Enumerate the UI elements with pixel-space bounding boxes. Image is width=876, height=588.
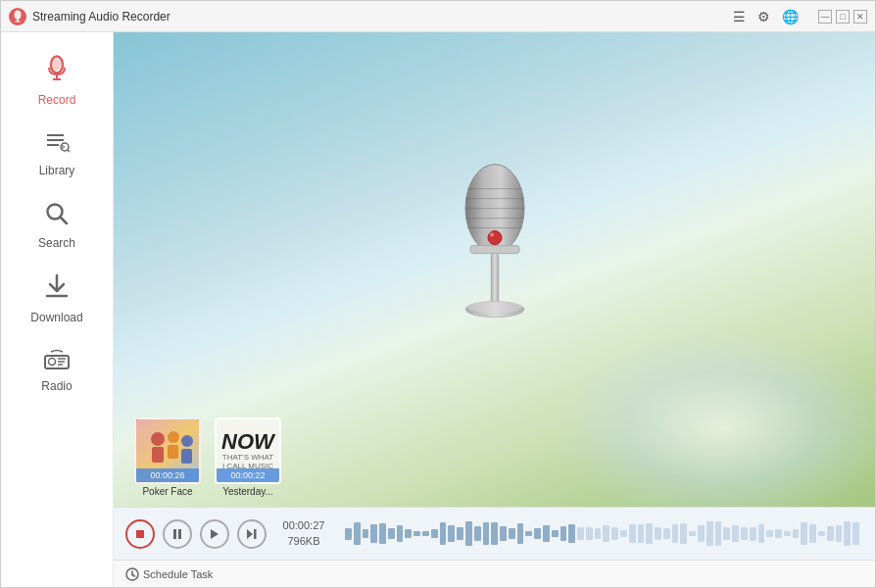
waveform-bar	[638, 524, 645, 544]
waveform-bar	[586, 527, 593, 540]
title-bar: Streaming Audio Recorder ☰ ⚙ 🌐 — □ ✕	[1, 1, 875, 32]
waveform-bar	[646, 523, 653, 544]
main-layout: Record Library	[1, 32, 875, 587]
microphone-graphic	[436, 150, 554, 350]
clock-icon	[125, 567, 139, 581]
svg-marker-45	[211, 529, 219, 539]
waveform-bar	[758, 524, 765, 543]
app-window: Streaming Audio Recorder ☰ ⚙ 🌐 — □ ✕	[0, 0, 876, 588]
waveform-bar	[414, 531, 420, 537]
waveform-bar	[345, 528, 352, 540]
svg-rect-41	[181, 449, 192, 464]
tracks-row: 00:00:26 Poker Face NOW THAT'S WHAT I CA…	[133, 417, 282, 497]
waveform-bar	[818, 531, 825, 536]
waveform-bar	[483, 522, 490, 544]
sidebar-item-download[interactable]: Download	[1, 262, 113, 336]
track-time-2: 00:00:22	[217, 468, 279, 482]
search-icon	[44, 201, 70, 232]
track-art-2: NOW THAT'S WHAT I CALL MUSIC 00:00:22	[215, 417, 281, 484]
player-bar: 00:00:27 796KB	[114, 507, 875, 560]
waveform-bar	[370, 524, 377, 544]
toolbar-icons: ☰ ⚙ 🌐	[733, 9, 799, 24]
download-label: Download	[30, 311, 82, 324]
track-time-1: 00:00:26	[136, 468, 199, 482]
waveform-bar	[741, 527, 748, 539]
svg-point-18	[49, 359, 56, 366]
waveform-bar	[491, 522, 498, 545]
waveform-bar	[465, 521, 472, 545]
sidebar-item-search[interactable]: Search	[1, 189, 113, 262]
app-title: Streaming Audio Recorder	[32, 10, 733, 24]
schedule-label: Schedule Task	[143, 568, 213, 580]
list-icon[interactable]: ☰	[733, 9, 746, 24]
waveform-bar	[766, 530, 773, 538]
waveform-bar	[836, 525, 843, 543]
svg-marker-12	[62, 144, 66, 150]
svg-point-28	[488, 231, 502, 245]
svg-point-0	[15, 10, 22, 19]
waveform-bar	[732, 525, 739, 542]
track-item-poker-face[interactable]: 00:00:26 Poker Face	[133, 417, 202, 497]
skip-button[interactable]	[237, 519, 267, 549]
maximize-button[interactable]: □	[836, 10, 850, 24]
waveform-bar	[474, 526, 481, 540]
svg-rect-39	[168, 445, 178, 459]
svg-rect-2	[15, 21, 21, 22]
sidebar-item-record[interactable]: Record	[1, 42, 113, 119]
track-name-1: Poker Face	[142, 486, 192, 497]
waveform-bar	[577, 527, 584, 540]
globe-icon[interactable]: 🌐	[782, 9, 799, 24]
pause-button[interactable]	[163, 519, 192, 549]
search-label: Search	[38, 236, 75, 250]
svg-rect-43	[173, 529, 176, 539]
waveform-bar	[611, 527, 618, 540]
window-controls: — □ ✕	[818, 10, 867, 24]
svg-point-36	[151, 432, 165, 446]
track-item-yesterday[interactable]: NOW THAT'S WHAT I CALL MUSIC 00:00:22 Ye…	[214, 417, 282, 497]
track-name-2: Yesterday...	[222, 486, 273, 497]
record-icon	[44, 54, 70, 89]
waveform-bar	[844, 521, 851, 547]
sidebar-item-library[interactable]: Library	[1, 119, 113, 189]
waveform-bar	[750, 527, 756, 541]
svg-line-11	[68, 150, 70, 152]
play-button[interactable]	[200, 519, 229, 549]
waveform-bar	[629, 524, 636, 543]
waveform-bar	[525, 531, 532, 536]
radio-icon	[43, 348, 71, 375]
now-text: NOW	[220, 431, 275, 453]
download-icon	[44, 273, 70, 307]
sky-background: 00:00:26 Poker Face NOW THAT'S WHAT I CA…	[114, 32, 875, 507]
waveform-bar	[603, 525, 609, 543]
svg-point-33	[467, 302, 522, 314]
waveform-bar	[500, 526, 507, 540]
waveform-bar	[689, 531, 696, 536]
svg-point-29	[490, 233, 494, 237]
waveform-bar	[663, 528, 670, 539]
player-time: 00:00:27 796KB	[274, 518, 333, 549]
waveform-bar	[801, 522, 807, 544]
sidebar-item-radio[interactable]: Radio	[1, 336, 113, 405]
waveform-bar	[698, 525, 705, 542]
waveform-bar	[379, 523, 386, 544]
record-label: Record	[38, 93, 76, 107]
sidebar: Record Library	[1, 32, 114, 587]
waveform-bar	[723, 527, 730, 540]
track-art-1: 00:00:26	[134, 417, 201, 484]
stop-button[interactable]	[125, 519, 155, 549]
svg-line-50	[132, 574, 135, 576]
minimize-button[interactable]: —	[818, 10, 832, 24]
svg-rect-37	[152, 447, 164, 463]
svg-point-40	[181, 435, 193, 447]
waveform-bar	[354, 522, 361, 544]
waveform-bar	[672, 524, 679, 542]
schedule-bar[interactable]: Schedule Task	[114, 560, 875, 587]
gear-icon[interactable]: ⚙	[757, 9, 770, 24]
close-button[interactable]: ✕	[853, 10, 867, 24]
waveform-bar	[793, 529, 800, 539]
waveform-bar	[405, 529, 412, 538]
waveform-bar	[440, 522, 447, 545]
waveform-bar	[620, 530, 627, 536]
svg-rect-47	[254, 529, 257, 539]
waveform-bar	[543, 525, 550, 541]
